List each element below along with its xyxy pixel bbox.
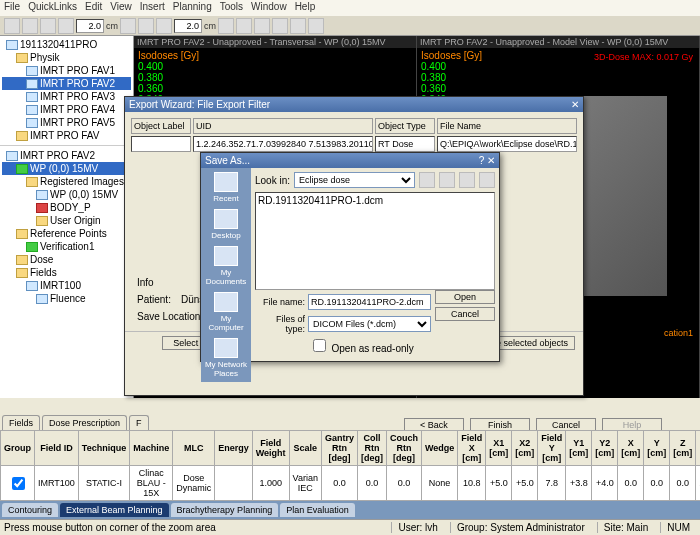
tool-icon[interactable] — [290, 18, 306, 34]
place-my-network-places[interactable]: My Network Places — [203, 338, 249, 378]
menu-edit[interactable]: Edit — [85, 1, 102, 15]
folder-icon — [36, 216, 48, 226]
place-desktop[interactable]: Desktop — [203, 209, 249, 240]
cancel-button[interactable]: Cancel — [435, 307, 495, 321]
plan-tree-pane: 1911320411PROPhysikIMRT PRO FAV1IMRT PRO… — [0, 36, 134, 398]
folder-icon — [26, 92, 38, 102]
label-cation: cation1 — [664, 328, 693, 338]
folder-icon — [16, 255, 28, 265]
menu-tools[interactable]: Tools — [220, 1, 243, 15]
workspace-tab[interactable]: Brachytherapy Planning — [171, 503, 279, 517]
menu-view[interactable]: View — [110, 1, 132, 15]
place-my-documents[interactable]: My Documents — [203, 246, 249, 286]
tool-icon[interactable] — [22, 18, 38, 34]
menu-insert[interactable]: Insert — [140, 1, 165, 15]
fields-tab[interactable]: F — [129, 415, 149, 430]
menubar: FileQuickLinksEditViewInsertPlanningTool… — [0, 0, 700, 16]
tree-item[interactable]: BODY_P — [2, 201, 131, 214]
fields-tab[interactable]: Fields — [2, 415, 40, 430]
filename-input[interactable] — [308, 294, 431, 310]
folder-icon — [16, 53, 28, 63]
close-icon[interactable]: ✕ — [487, 155, 495, 166]
views-icon[interactable] — [479, 172, 495, 188]
folder-icon — [36, 203, 48, 213]
menu-quicklinks[interactable]: QuickLinks — [28, 1, 77, 15]
menu-help[interactable]: Help — [295, 1, 316, 15]
toolbar: cm cm — [0, 16, 700, 36]
tool-icon[interactable] — [4, 18, 20, 34]
tool-icon[interactable] — [236, 18, 252, 34]
tree-item[interactable]: Fluence — [2, 292, 131, 305]
place-my-computer[interactable]: My Computer — [203, 292, 249, 332]
tree-item[interactable]: 1911320411PRO — [2, 38, 131, 51]
view-title: IMRT PRO FAV2 - Unapproved - Model View … — [417, 36, 699, 48]
place-recent[interactable]: Recent — [203, 172, 249, 203]
grid-y-input[interactable] — [174, 19, 202, 33]
close-icon[interactable]: ✕ — [571, 99, 579, 110]
status-hint: Press mouse button on corner of the zoom… — [4, 522, 385, 533]
tree-item[interactable]: Verification1 — [2, 240, 131, 253]
folder-icon — [16, 229, 28, 239]
filetype-select[interactable]: DICOM Files (*.dcm) — [308, 316, 431, 332]
newfolder-icon[interactable] — [459, 172, 475, 188]
folder-icon — [26, 242, 38, 252]
tool-icon[interactable] — [272, 18, 288, 34]
tool-icon[interactable] — [58, 18, 74, 34]
menu-window[interactable]: Window — [251, 1, 287, 15]
tree-item[interactable]: Registered Images — [2, 175, 131, 188]
tree-item[interactable]: IMRT PRO FAV2 — [2, 149, 131, 162]
save-as-dialog: Save As... ? ✕ RecentDesktopMy Documents… — [200, 152, 500, 362]
up-icon[interactable] — [439, 172, 455, 188]
readonly-label: Open as read-only — [332, 343, 414, 354]
file-item[interactable]: RD.1911320411PRO-1.dcm — [258, 195, 492, 206]
tree-item[interactable]: IMRT PRO FAV5 — [2, 116, 131, 129]
tree-item[interactable]: IMRT PRO FAV1 — [2, 64, 131, 77]
menu-planning[interactable]: Planning — [173, 1, 212, 15]
dialog-titlebar[interactable]: Save As... ? ✕ — [201, 153, 499, 168]
tree-item[interactable]: WP (0,0) 15MV — [2, 188, 131, 201]
tool-icon[interactable] — [40, 18, 56, 34]
folder-icon — [16, 164, 28, 174]
folder-icon — [36, 294, 48, 304]
grid-x-input[interactable] — [76, 19, 104, 33]
dialog-title: Export Wizard: File Export Filter — [129, 99, 270, 110]
tree-item[interactable]: Physik — [2, 51, 131, 64]
tree-item[interactable]: IMRT PRO FAV3 — [2, 90, 131, 103]
folder-icon — [26, 79, 38, 89]
folder-icon — [6, 151, 18, 161]
tree-item[interactable]: Reference Points — [2, 227, 131, 240]
menu-file[interactable]: File — [4, 1, 20, 15]
workspace-tab[interactable]: Plan Evaluation — [280, 503, 355, 517]
tree-item[interactable]: WP (0,0) 15MV — [2, 162, 131, 175]
save-location-label: Save Location — [137, 311, 200, 322]
workspace-tab[interactable]: External Beam Planning — [60, 503, 169, 517]
folder-icon — [36, 190, 48, 200]
tool-icon[interactable] — [138, 18, 154, 34]
folder-icon — [16, 268, 28, 278]
tool-icon[interactable] — [218, 18, 234, 34]
tool-icon[interactable] — [308, 18, 324, 34]
fields-tab[interactable]: Dose Prescription — [42, 415, 127, 430]
dose-3d-max: 3D-Dose MAX: 0.017 Gy — [594, 52, 693, 62]
lookin-select[interactable]: Eclipse dose — [294, 172, 415, 188]
fields-table: GroupField IDTechniqueMachineMLCEnergyFi… — [0, 430, 700, 501]
file-list[interactable]: RD.1911320411PRO-1.dcm — [255, 192, 495, 290]
back-icon[interactable] — [419, 172, 435, 188]
tree-item[interactable]: IMRT100 — [2, 279, 131, 292]
tree-item[interactable]: Fields — [2, 266, 131, 279]
dialog-titlebar[interactable]: Export Wizard: File Export Filter ✕ — [125, 97, 583, 112]
folder-icon — [16, 131, 28, 141]
help-icon[interactable]: ? — [479, 155, 485, 166]
tree-item[interactable]: Dose — [2, 253, 131, 266]
open-button[interactable]: Open — [435, 290, 495, 304]
filetype-label: Files of type: — [255, 314, 305, 334]
tree-item[interactable]: IMRT PRO FAV2 — [2, 77, 131, 90]
tree-item[interactable]: IMRT PRO FAV4 — [2, 103, 131, 116]
tree-item[interactable]: User Origin — [2, 214, 131, 227]
workspace-tab[interactable]: Contouring — [2, 503, 58, 517]
tree-item[interactable]: IMRT PRO FAV — [2, 129, 131, 142]
tool-icon[interactable] — [156, 18, 172, 34]
tool-icon[interactable] — [120, 18, 136, 34]
readonly-checkbox[interactable] — [313, 339, 326, 352]
tool-icon[interactable] — [254, 18, 270, 34]
